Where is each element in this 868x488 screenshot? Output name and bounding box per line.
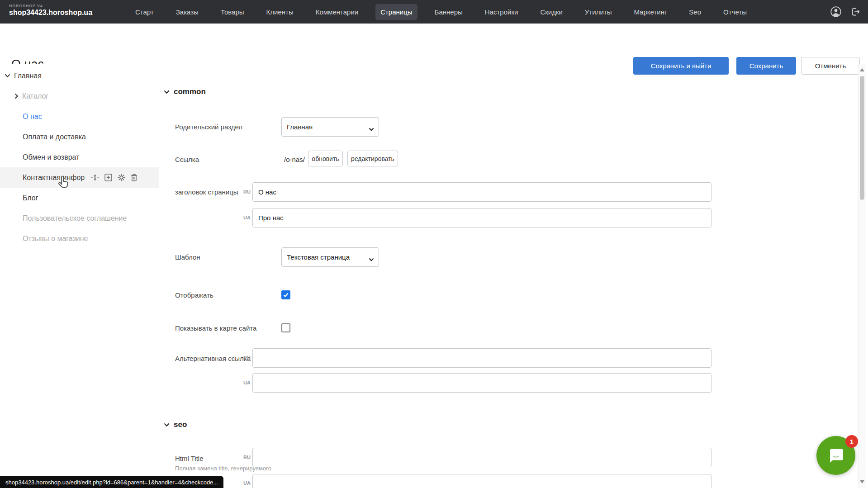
template-label: Шаблон — [175, 253, 200, 261]
pages-tree-sidebar: Главная Каталог О нас Оплата и доставка … — [0, 64, 159, 488]
sidebar-item-user-agreement[interactable]: Пользовательское соглашение — [0, 208, 159, 228]
logout-icon[interactable] — [850, 6, 861, 17]
sidebar-item-label: Блог — [23, 194, 38, 202]
chat-bubble-icon — [825, 445, 846, 466]
settings-gear-icon[interactable] — [118, 174, 125, 181]
section-seo[interactable]: seo — [164, 420, 187, 429]
alt-link-input-ru[interactable] — [252, 348, 711, 368]
html-title-input-ua[interactable] — [252, 474, 711, 488]
scroll-down-button[interactable] — [860, 480, 864, 483]
nav-item-marketing[interactable]: Маркетинг — [629, 4, 672, 20]
link-path-value: /o-nas/ — [284, 156, 305, 163]
brand-logo[interactable]: HOROSHOP V4 shop34423.horoshop.ua — [9, 4, 92, 17]
lang-badge-ua: UA — [243, 380, 251, 385]
nav-item-seo[interactable]: Seo — [684, 4, 706, 20]
delete-trash-icon[interactable] — [131, 174, 138, 181]
chevron-right-icon[interactable] — [14, 93, 19, 99]
nav-item-clients[interactable]: Клиенты — [261, 4, 299, 20]
cancel-button[interactable]: Отменить — [801, 57, 860, 75]
nav-item-pages[interactable]: Страницы — [375, 4, 417, 20]
sidebar-item-contact-info[interactable]: Контактная инфор — [0, 167, 159, 188]
nav-item-comments[interactable]: Комментарии — [311, 4, 363, 20]
nav-item-products[interactable]: Товары — [216, 4, 249, 20]
lang-badge-ru: RU — [243, 189, 251, 194]
sidebar-item-about[interactable]: О нас — [0, 106, 159, 127]
parent-section-select[interactable]: Главная — [281, 117, 379, 137]
chevron-down-icon[interactable] — [5, 74, 10, 78]
scrollbar-thumb[interactable] — [860, 76, 864, 200]
sidebar-item-catalog[interactable]: Каталог — [0, 86, 159, 106]
status-url-text: shop34423.horoshop.ua/edit/edit.php?id=6… — [5, 479, 218, 486]
alt-link-input-ua[interactable] — [252, 373, 711, 393]
save-button[interactable]: Сохранить — [736, 57, 796, 75]
user-account-icon[interactable] — [830, 6, 842, 18]
link-edit-button[interactable]: редактировать — [347, 151, 398, 166]
save-and-exit-button[interactable]: Сохранить и выйти — [633, 57, 729, 75]
section-common[interactable]: common — [164, 87, 206, 96]
sidebar-item-home[interactable]: Главная — [0, 66, 159, 86]
sidebar-item-label: Главная — [14, 72, 42, 80]
scroll-up-button[interactable] — [860, 68, 864, 71]
lang-badge-ru: RU — [243, 355, 251, 360]
top-navbar: HOROSHOP V4 shop34423.horoshop.ua Старт … — [0, 0, 868, 24]
html-title-label: Html Title — [175, 455, 204, 462]
sidebar-item-label: О нас — [23, 113, 42, 121]
nav-item-banners[interactable]: Баннеры — [430, 4, 468, 20]
alt-link-label: Альтернативная ссылка — [175, 355, 251, 362]
sidebar-item-exchange-return[interactable]: Обмен и возврат — [0, 147, 159, 167]
sidebar-item-payment-delivery[interactable]: Оплата и доставка — [0, 127, 159, 147]
nav-item-reports[interactable]: Отчеты — [718, 4, 752, 20]
add-page-icon[interactable] — [104, 174, 112, 181]
sidebar-item-label: Пользовательское соглашение — [23, 214, 127, 223]
drag-icon[interactable] — [91, 174, 99, 181]
page-header: О нас Сохранить и выйти Сохранить Отмени… — [0, 24, 868, 64]
nav-item-start[interactable]: Старт — [130, 4, 159, 20]
page-title-input-ru[interactable] — [252, 182, 711, 202]
lang-badge-ru: RU — [243, 455, 251, 460]
html-title-input-ru[interactable] — [252, 448, 711, 467]
chevron-down-icon — [164, 90, 170, 94]
sitemap-label: Показывать в карте сайта — [175, 324, 256, 332]
checkmark-icon — [283, 292, 289, 298]
sidebar-item-label: Обмен и возврат — [23, 153, 79, 161]
nav-item-utilities[interactable]: Утилиты — [580, 4, 617, 20]
sitemap-checkbox[interactable] — [281, 323, 290, 332]
brand-version: HOROSHOP V4 — [9, 4, 92, 8]
lang-badge-ua: UA — [243, 215, 251, 220]
chevron-down-icon — [164, 423, 170, 427]
status-url-bar: shop34423.horoshop.ua/edit/edit.php?id=6… — [0, 476, 223, 488]
link-refresh-button[interactable]: обновить — [308, 151, 343, 166]
template-select-wrap: Текстовая страница — [281, 247, 379, 267]
sidebar-item-label: Контактная инфор — [23, 174, 85, 182]
main-menu: Старт Заказы Товары Клиенты Комментарии … — [130, 0, 752, 24]
page-title-input-ua[interactable] — [252, 208, 711, 227]
brand-domain: shop34423.horoshop.ua — [9, 9, 92, 17]
sidebar-item-store-reviews[interactable]: Отзывы о магазине — [0, 228, 159, 249]
template-select[interactable]: Текстовая страница — [281, 247, 379, 267]
sidebar-item-label: Каталог — [22, 92, 48, 100]
sidebar-item-label: Отзывы о магазине — [23, 235, 88, 243]
display-checkbox[interactable] — [281, 290, 290, 299]
nav-item-orders[interactable]: Заказы — [171, 4, 204, 20]
page-title-field-label: заголовок страницы — [175, 188, 238, 196]
link-label: Ссылка — [175, 156, 199, 163]
nav-item-settings[interactable]: Настройки — [480, 4, 523, 20]
parent-section-label: Родительский раздел — [175, 123, 242, 131]
lang-badge-ua: UA — [243, 480, 251, 486]
chat-unread-badge: 1 — [845, 435, 858, 448]
nav-item-discounts[interactable]: Скидки — [535, 4, 567, 20]
sidebar-item-label: Оплата и доставка — [23, 133, 86, 141]
tree-row-actions — [91, 174, 138, 181]
parent-section-select-wrap: Главная — [281, 117, 379, 137]
display-label: Отображать — [175, 291, 213, 299]
sidebar-item-blog[interactable]: Блог — [0, 188, 159, 208]
